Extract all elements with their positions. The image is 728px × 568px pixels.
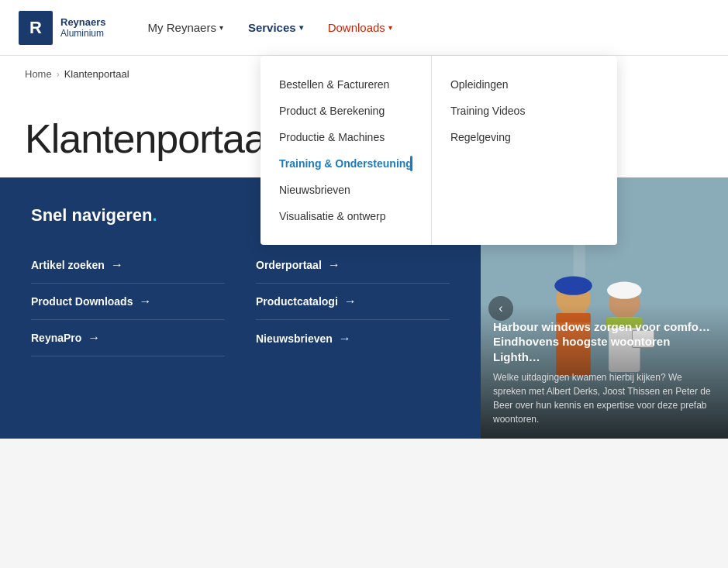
caption-body: Welke uitdagingen kwamen hierbij kijken?… bbox=[493, 370, 716, 426]
chevron-down-icon: ▾ bbox=[219, 23, 223, 32]
title-dot: . bbox=[153, 205, 157, 225]
brand-sub: Aluminium bbox=[60, 28, 106, 39]
nav-link-productcatalogi[interactable]: Productcatalogi → bbox=[256, 284, 450, 320]
nav-link-orderportaal[interactable]: Orderportaal → bbox=[256, 247, 450, 284]
svg-point-10 bbox=[607, 282, 642, 299]
dropdown-item-regelgeving[interactable]: Regelgeving bbox=[450, 124, 584, 150]
dropdown-item-training-ondersteuning[interactable]: Training & Ondersteuning bbox=[279, 150, 412, 177]
brand-name: Reynaers bbox=[60, 16, 106, 28]
dropdown-col-left: Bestellen & Factureren Product & Bereken… bbox=[260, 56, 432, 245]
nav-item-my-reynaers[interactable]: My Reynaers ▾ bbox=[137, 15, 234, 40]
caption-title: Harbour windows zorgen voor comfo… Eindh… bbox=[493, 319, 716, 365]
breadcrumb-current: Klantenportaal bbox=[64, 68, 129, 80]
chevron-down-icon: ▾ bbox=[388, 23, 392, 32]
nav-link-artikel-zoeken[interactable]: Artikel zoeken → bbox=[31, 247, 225, 284]
breadcrumb-separator: › bbox=[57, 69, 60, 80]
nav-label-services: Services bbox=[248, 21, 296, 34]
image-caption: Harbour windows zorgen voor comfo… Eindh… bbox=[481, 304, 728, 439]
dropdown-col-right: Opleidingen Training Videos Regelgeving bbox=[432, 56, 602, 245]
nav-label-downloads: Downloads bbox=[328, 21, 385, 34]
main-nav: My Reynaers ▾ Services ▾ Downloads ▾ bbox=[137, 15, 403, 40]
dropdown-item-training-videos[interactable]: Training Videos bbox=[450, 98, 584, 124]
nav-item-services[interactable]: Services ▾ bbox=[237, 15, 314, 40]
arrow-icon: → bbox=[328, 258, 340, 272]
dropdown-item-opleidingen[interactable]: Opleidingen bbox=[450, 71, 584, 98]
arrow-icon: → bbox=[88, 331, 100, 345]
services-dropdown: Bestellen & Factureren Product & Bereken… bbox=[260, 56, 617, 245]
dropdown-item-productie-machines[interactable]: Productie & Machines bbox=[279, 124, 412, 150]
svg-point-6 bbox=[554, 277, 592, 295]
nav-link-reynapro[interactable]: ReynaPro → bbox=[31, 320, 225, 356]
breadcrumb-home[interactable]: Home bbox=[25, 68, 52, 80]
nav-label-my-reynaers: My Reynaers bbox=[148, 21, 216, 34]
dropdown-item-nieuwsbrieven[interactable]: Nieuwsbrieven bbox=[279, 177, 412, 203]
chevron-down-icon: ▾ bbox=[299, 23, 303, 32]
arrow-icon: → bbox=[139, 294, 151, 308]
active-indicator bbox=[410, 156, 412, 171]
arrow-icon: → bbox=[339, 332, 351, 346]
arrow-icon: → bbox=[344, 294, 357, 308]
arrow-icon: → bbox=[111, 258, 123, 272]
nav-links-grid: Artikel zoeken → Orderportaal → Product … bbox=[31, 247, 450, 356]
dropdown-item-product-berekening[interactable]: Product & Berekening bbox=[279, 98, 412, 124]
dropdown-item-bestellen[interactable]: Bestellen & Factureren bbox=[279, 71, 412, 98]
logo-icon: R bbox=[19, 11, 53, 45]
nav-item-downloads[interactable]: Downloads ▾ bbox=[317, 15, 403, 40]
logo-area[interactable]: R Reynaers Aluminium bbox=[19, 11, 106, 45]
logo-text: Reynaers Aluminium bbox=[60, 16, 106, 39]
main-header: R Reynaers Aluminium My Reynaers ▾ Servi… bbox=[0, 0, 728, 56]
dropdown-item-visualisatie[interactable]: Visualisatie & ontwerp bbox=[279, 203, 412, 229]
nav-link-nieuwsbrieven[interactable]: Nieuwsbrieven → bbox=[256, 320, 450, 356]
nav-link-product-downloads[interactable]: Product Downloads → bbox=[31, 284, 225, 320]
